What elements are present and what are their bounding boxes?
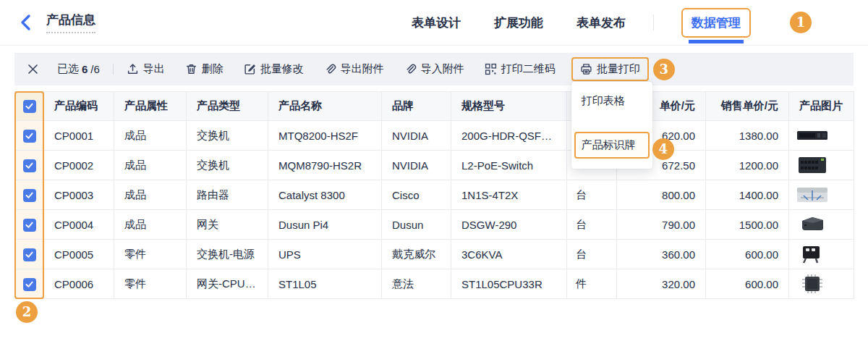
tab-bar: 表单设计 扩展功能 表单发布 数据管理 1: [412, 8, 812, 38]
col-header-product-image[interactable]: 产品图片: [789, 92, 854, 121]
cell-product-name: Catalyst 8300: [268, 180, 382, 210]
cell-product-image: [789, 121, 854, 151]
cell-brand: Dusun: [382, 210, 451, 240]
cell-sale-price: 1200.00: [706, 151, 789, 180]
row-checkbox-cell: [15, 151, 44, 180]
paperclip-icon: [324, 63, 336, 75]
close-selection-button[interactable]: [27, 64, 38, 75]
cell-unit: 台: [567, 180, 617, 210]
table-header-row: 产品编码 产品属性 产品类型 产品名称 品牌 规格型号 单价/元 销售单价/元 …: [15, 92, 854, 121]
selection-status: 已选 6/6: [57, 62, 100, 76]
cell-spec: 3C6KVA: [451, 240, 567, 269]
cell-product-attr: 零件: [114, 269, 187, 299]
print-qr-code-button[interactable]: 打印二维码: [485, 62, 556, 76]
cell-product-image: [789, 240, 854, 269]
cell-product-type: 交换机: [187, 151, 268, 180]
cell-product-code: CP0004: [44, 210, 114, 240]
menu-item-product-nameplate[interactable]: 产品标识牌: [574, 132, 650, 159]
printer-icon: [580, 63, 592, 75]
select-all-checkbox[interactable]: [23, 100, 36, 113]
export-icon: [127, 63, 139, 75]
menu-item-print-table[interactable]: 打印表格: [571, 88, 652, 114]
cell-product-type: 网关-CPU芯...: [187, 269, 268, 299]
export-attachments-button[interactable]: 导出附件: [324, 62, 384, 76]
batch-edit-label: 批量修改: [260, 62, 304, 76]
import-attachments-button[interactable]: 导入附件: [404, 62, 464, 76]
cell-brand: Cisco: [382, 180, 451, 210]
table-row: CP0006 零件 网关-CPU芯... ST1L05 意法 ST1L05CPU…: [15, 269, 854, 299]
table-body: CP0001 成品 交换机 MTQ8200-HS2F NVIDIA 200G-H…: [15, 121, 854, 299]
check-icon: [25, 250, 34, 259]
cell-spec: L2-PoE-Switch: [451, 151, 567, 180]
back-button[interactable]: [19, 13, 35, 32]
col-header-sale-price[interactable]: 销售单价/元: [706, 92, 789, 121]
cell-product-code: CP0002: [44, 151, 114, 180]
export-attachments-label: 导出附件: [341, 62, 384, 76]
batch-print-annotation-box: 批量打印 3 打印表格 产品标识牌 4: [571, 57, 649, 81]
tab-data-management-annotation-box: 数据管理: [681, 8, 751, 38]
cell-product-code: CP0005: [44, 240, 114, 269]
cell-product-image: [789, 180, 854, 210]
col-header-spec[interactable]: 规格型号: [451, 92, 567, 121]
active-tab-indicator: [689, 40, 744, 43]
selected-total: /6: [90, 63, 100, 75]
cell-product-code: CP0001: [44, 121, 114, 151]
cell-brand: 意法: [382, 269, 451, 299]
chevron-left-icon: [19, 14, 32, 31]
page-title: 产品信息: [46, 12, 95, 33]
cell-unit: 件: [567, 269, 617, 299]
row-checkbox[interactable]: [23, 219, 36, 232]
row-checkbox[interactable]: [23, 159, 36, 172]
cell-product-type: 交换机: [187, 121, 268, 151]
check-icon: [25, 101, 34, 111]
tab-extensions[interactable]: 扩展功能: [494, 14, 543, 31]
col-header-product-attr[interactable]: 产品属性: [114, 92, 187, 121]
row-checkbox[interactable]: [23, 278, 36, 291]
col-header-product-type[interactable]: 产品类型: [187, 92, 268, 121]
cell-brand: NVIDIA: [382, 121, 451, 151]
col-header-product-code[interactable]: 产品编码: [44, 92, 114, 121]
cell-spec: 1N1S-4T2X: [451, 180, 567, 210]
cell-product-attr: 零件: [114, 240, 187, 269]
row-checkbox-cell: [15, 180, 44, 210]
cell-product-name: MTQ8200-HS2F: [268, 121, 382, 151]
cell-unit: 台: [567, 240, 617, 269]
product-image: [796, 125, 828, 146]
tab-form-publish[interactable]: 表单发布: [576, 14, 626, 31]
tab-divider: [653, 14, 654, 30]
cell-product-attr: 成品: [114, 151, 187, 180]
annotation-badge-2: 2: [16, 301, 38, 323]
annotation-badge-1: 1: [790, 12, 812, 33]
export-label: 导出: [143, 62, 165, 76]
cell-product-name: UPS: [268, 240, 382, 269]
batch-print-button[interactable]: 批量打印: [597, 62, 640, 76]
print-qr-code-label: 打印二维码: [501, 62, 556, 76]
check-icon: [25, 131, 34, 140]
row-checkbox[interactable]: [23, 248, 36, 261]
cell-unit-price: 320.00: [617, 269, 706, 299]
col-header-brand[interactable]: 品牌: [382, 92, 451, 121]
cell-product-image: [789, 210, 854, 240]
col-header-product-name[interactable]: 产品名称: [268, 92, 382, 121]
cell-sale-price: 1380.00: [706, 121, 789, 151]
edit-icon: [244, 63, 256, 75]
page: 产品信息 表单设计 扩展功能 表单发布 数据管理 1 已选 6/6: [0, 0, 868, 357]
export-button[interactable]: 导出: [127, 62, 165, 76]
tab-form-design[interactable]: 表单设计: [412, 14, 461, 31]
paperclip-icon: [404, 63, 417, 75]
row-checkbox[interactable]: [23, 189, 36, 202]
toolbar-divider: [113, 64, 114, 75]
tab-data-management[interactable]: 数据管理: [692, 16, 741, 30]
row-checkbox[interactable]: [23, 130, 36, 143]
cell-unit-price: 800.00: [617, 180, 706, 210]
row-checkbox-cell: [15, 269, 44, 299]
select-all-cell: [15, 92, 44, 121]
qr-code-icon: [485, 63, 497, 75]
delete-button[interactable]: 删除: [185, 62, 224, 76]
cell-sale-price: 1500.00: [706, 210, 789, 240]
product-image: [796, 244, 828, 264]
check-icon: [25, 220, 34, 230]
batch-edit-button[interactable]: 批量修改: [244, 62, 304, 76]
cell-product-type: 路由器: [187, 180, 268, 210]
cell-spec: DSGW-290: [451, 210, 567, 240]
